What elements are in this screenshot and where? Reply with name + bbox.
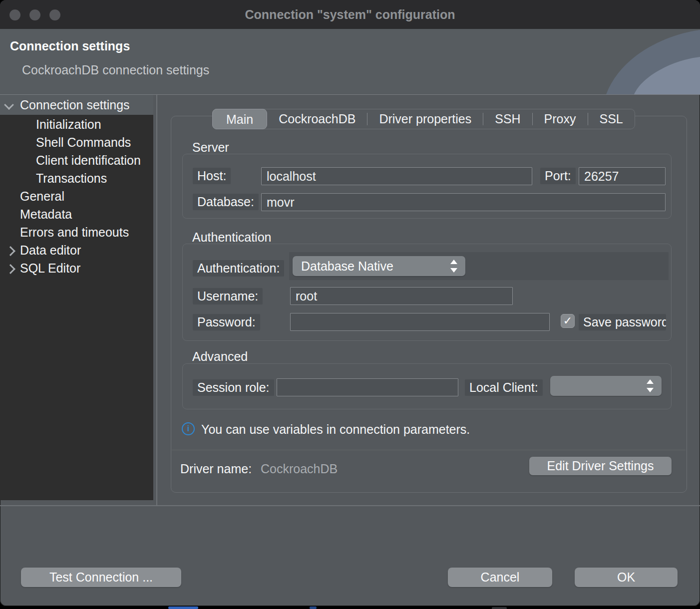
host-label: Host: [193, 168, 231, 184]
host-input[interactable] [261, 167, 532, 185]
cancel-button[interactable]: Cancel [448, 568, 552, 587]
local-client-label: Local Client: [465, 379, 543, 396]
password-label: Password: [193, 314, 260, 330]
sidebar-divider [156, 95, 157, 505]
local-client-select[interactable] [550, 376, 662, 396]
ok-button[interactable]: OK [575, 568, 678, 587]
footer-divider [0, 505, 700, 506]
select-chevrons-icon [450, 260, 458, 273]
tab-proxy[interactable]: Proxy [533, 109, 588, 129]
session-role-input[interactable] [277, 378, 458, 396]
database-label: Database: [193, 194, 259, 210]
server-group-box: Host: Port: Database: [182, 154, 672, 219]
advanced-group-box: Session role: Local Client: [182, 363, 672, 409]
tab-driver-properties[interactable]: Driver properties [367, 109, 483, 129]
port-input[interactable] [579, 167, 666, 185]
sidebar-item-initialization[interactable]: Initialization [0, 115, 153, 133]
server-section-title: Server [192, 140, 229, 155]
connection-configuration-dialog: Connection "system" configuration Connec… [0, 0, 700, 606]
driver-name-value: CockroachDB [261, 462, 338, 476]
sidebar-item-metadata[interactable]: Metadata [0, 205, 153, 223]
sidebar-item-sql-editor[interactable]: SQL Editor [0, 259, 153, 277]
chevron-right-icon[interactable] [5, 264, 15, 274]
save-password-label: Save password [579, 314, 666, 330]
username-input[interactable] [290, 287, 513, 305]
save-password-checkbox[interactable]: ✓ [561, 314, 575, 328]
tab-ssh[interactable]: SSH [483, 109, 532, 129]
sidebar-item-connection-settings[interactable]: Connection settings [0, 96, 153, 114]
session-role-label: Session role: [193, 379, 274, 396]
sidebar-item-transactions[interactable]: Transactions [0, 169, 153, 187]
driver-row-divider [172, 450, 686, 450]
desktop-sliver [310, 607, 317, 609]
title-bar: Connection "system" configuration [0, 0, 700, 29]
desktop-sliver [492, 607, 507, 609]
info-icon: i [182, 422, 195, 435]
chevron-down-icon[interactable] [4, 100, 14, 110]
sidebar-item-shell-commands[interactable]: Shell Commands [0, 133, 153, 151]
chevron-right-icon[interactable] [5, 246, 15, 256]
sidebar-item-errors-and-timeouts[interactable]: Errors and timeouts [0, 223, 153, 241]
driver-name-label: Driver name: [180, 462, 252, 476]
advanced-section-title: Advanced [192, 349, 248, 364]
edit-driver-settings-button[interactable]: Edit Driver Settings [529, 457, 672, 475]
sidebar-item-general[interactable]: General [0, 187, 153, 205]
header-decoration [584, 29, 700, 94]
select-chevrons-icon [646, 379, 654, 392]
tab-bar: Main CockroachDB Driver properties SSH P… [212, 109, 635, 129]
password-input[interactable] [290, 313, 550, 331]
sidebar-item-client-identification[interactable]: Client identification [0, 151, 153, 169]
page-title: Connection settings [10, 39, 130, 53]
desktop-sliver [168, 607, 198, 609]
authentication-select[interactable]: Database Native [293, 256, 465, 276]
database-input[interactable] [261, 193, 666, 211]
port-label: Port: [540, 168, 576, 184]
window-title: Connection "system" configuration [0, 0, 700, 29]
tab-ssl[interactable]: SSL [588, 109, 635, 129]
tab-cockroachdb[interactable]: CockroachDB [267, 109, 367, 129]
authentication-group-box: Authentication: Database Native Username… [182, 244, 672, 341]
authentication-section-title: Authentication [192, 230, 271, 245]
sidebar-item-data-editor[interactable]: Data editor [0, 241, 153, 259]
dialog-header: Connection settings CockroachDB connecti… [0, 29, 700, 95]
username-label: Username: [193, 288, 263, 304]
tab-main[interactable]: Main [212, 109, 267, 129]
page-subtitle: CockroachDB connection settings [22, 63, 209, 77]
variables-hint-text: You can use variables in connection para… [201, 422, 470, 437]
test-connection-button[interactable]: Test Connection ... [21, 568, 181, 587]
authentication-label: Authentication: [193, 260, 284, 277]
